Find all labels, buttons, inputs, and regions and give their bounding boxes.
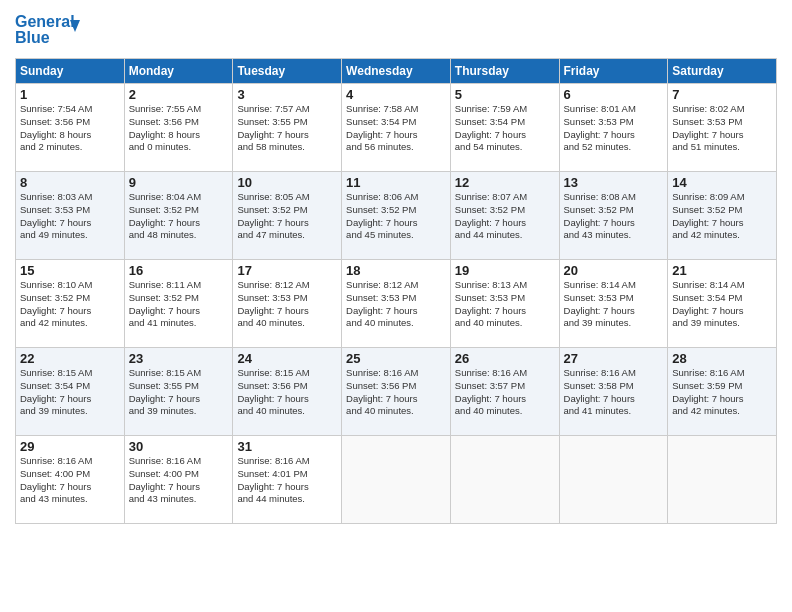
day-info: Sunrise: 7:58 AM Sunset: 3:54 PM Dayligh… xyxy=(346,103,446,154)
day-number: 28 xyxy=(672,351,772,366)
day-number: 25 xyxy=(346,351,446,366)
day-number: 6 xyxy=(564,87,664,102)
svg-text:General: General xyxy=(15,13,75,30)
day-info: Sunrise: 8:12 AM Sunset: 3:53 PM Dayligh… xyxy=(346,279,446,330)
day-number: 16 xyxy=(129,263,229,278)
calendar-cell: 21Sunrise: 8:14 AM Sunset: 3:54 PM Dayli… xyxy=(668,260,777,348)
day-number: 19 xyxy=(455,263,555,278)
day-number: 15 xyxy=(20,263,120,278)
day-info: Sunrise: 8:16 AM Sunset: 3:56 PM Dayligh… xyxy=(346,367,446,418)
header-thursday: Thursday xyxy=(450,59,559,84)
calendar-cell: 9Sunrise: 8:04 AM Sunset: 3:52 PM Daylig… xyxy=(124,172,233,260)
calendar-table: SundayMondayTuesdayWednesdayThursdayFrid… xyxy=(15,58,777,524)
calendar-cell: 19Sunrise: 8:13 AM Sunset: 3:53 PM Dayli… xyxy=(450,260,559,348)
day-info: Sunrise: 8:09 AM Sunset: 3:52 PM Dayligh… xyxy=(672,191,772,242)
day-info: Sunrise: 8:15 AM Sunset: 3:56 PM Dayligh… xyxy=(237,367,337,418)
day-info: Sunrise: 8:06 AM Sunset: 3:52 PM Dayligh… xyxy=(346,191,446,242)
day-info: Sunrise: 8:15 AM Sunset: 3:54 PM Dayligh… xyxy=(20,367,120,418)
day-info: Sunrise: 8:10 AM Sunset: 3:52 PM Dayligh… xyxy=(20,279,120,330)
calendar-cell: 5Sunrise: 7:59 AM Sunset: 3:54 PM Daylig… xyxy=(450,84,559,172)
day-info: Sunrise: 8:16 AM Sunset: 4:01 PM Dayligh… xyxy=(237,455,337,506)
calendar-cell: 14Sunrise: 8:09 AM Sunset: 3:52 PM Dayli… xyxy=(668,172,777,260)
calendar-cell: 24Sunrise: 8:15 AM Sunset: 3:56 PM Dayli… xyxy=(233,348,342,436)
calendar-cell: 3Sunrise: 7:57 AM Sunset: 3:55 PM Daylig… xyxy=(233,84,342,172)
calendar-cell: 28Sunrise: 8:16 AM Sunset: 3:59 PM Dayli… xyxy=(668,348,777,436)
calendar-cell: 1Sunrise: 7:54 AM Sunset: 3:56 PM Daylig… xyxy=(16,84,125,172)
day-number: 12 xyxy=(455,175,555,190)
day-number: 17 xyxy=(237,263,337,278)
day-info: Sunrise: 8:02 AM Sunset: 3:53 PM Dayligh… xyxy=(672,103,772,154)
day-info: Sunrise: 8:16 AM Sunset: 3:59 PM Dayligh… xyxy=(672,367,772,418)
day-info: Sunrise: 7:59 AM Sunset: 3:54 PM Dayligh… xyxy=(455,103,555,154)
calendar-cell: 29Sunrise: 8:16 AM Sunset: 4:00 PM Dayli… xyxy=(16,436,125,524)
day-number: 24 xyxy=(237,351,337,366)
header-friday: Friday xyxy=(559,59,668,84)
day-number: 29 xyxy=(20,439,120,454)
calendar-week-3: 15Sunrise: 8:10 AM Sunset: 3:52 PM Dayli… xyxy=(16,260,777,348)
day-number: 18 xyxy=(346,263,446,278)
calendar-cell: 25Sunrise: 8:16 AM Sunset: 3:56 PM Dayli… xyxy=(342,348,451,436)
header-saturday: Saturday xyxy=(668,59,777,84)
day-info: Sunrise: 8:16 AM Sunset: 4:00 PM Dayligh… xyxy=(129,455,229,506)
day-info: Sunrise: 8:01 AM Sunset: 3:53 PM Dayligh… xyxy=(564,103,664,154)
calendar-cell: 8Sunrise: 8:03 AM Sunset: 3:53 PM Daylig… xyxy=(16,172,125,260)
calendar-cell: 13Sunrise: 8:08 AM Sunset: 3:52 PM Dayli… xyxy=(559,172,668,260)
calendar-week-1: 1Sunrise: 7:54 AM Sunset: 3:56 PM Daylig… xyxy=(16,84,777,172)
day-info: Sunrise: 8:14 AM Sunset: 3:54 PM Dayligh… xyxy=(672,279,772,330)
calendar-cell: 10Sunrise: 8:05 AM Sunset: 3:52 PM Dayli… xyxy=(233,172,342,260)
calendar-week-2: 8Sunrise: 8:03 AM Sunset: 3:53 PM Daylig… xyxy=(16,172,777,260)
header: GeneralBlue xyxy=(15,10,777,50)
day-number: 7 xyxy=(672,87,772,102)
day-number: 9 xyxy=(129,175,229,190)
calendar-cell: 31Sunrise: 8:16 AM Sunset: 4:01 PM Dayli… xyxy=(233,436,342,524)
day-number: 22 xyxy=(20,351,120,366)
calendar-cell: 20Sunrise: 8:14 AM Sunset: 3:53 PM Dayli… xyxy=(559,260,668,348)
calendar-cell xyxy=(668,436,777,524)
calendar-cell: 12Sunrise: 8:07 AM Sunset: 3:52 PM Dayli… xyxy=(450,172,559,260)
header-tuesday: Tuesday xyxy=(233,59,342,84)
day-number: 21 xyxy=(672,263,772,278)
calendar-cell xyxy=(559,436,668,524)
day-info: Sunrise: 8:16 AM Sunset: 3:57 PM Dayligh… xyxy=(455,367,555,418)
svg-text:Blue: Blue xyxy=(15,29,50,46)
calendar-cell: 15Sunrise: 8:10 AM Sunset: 3:52 PM Dayli… xyxy=(16,260,125,348)
calendar-cell: 7Sunrise: 8:02 AM Sunset: 3:53 PM Daylig… xyxy=(668,84,777,172)
calendar-cell: 6Sunrise: 8:01 AM Sunset: 3:53 PM Daylig… xyxy=(559,84,668,172)
day-info: Sunrise: 8:11 AM Sunset: 3:52 PM Dayligh… xyxy=(129,279,229,330)
logo: GeneralBlue xyxy=(15,10,85,50)
day-info: Sunrise: 7:55 AM Sunset: 3:56 PM Dayligh… xyxy=(129,103,229,154)
calendar-cell: 16Sunrise: 8:11 AM Sunset: 3:52 PM Dayli… xyxy=(124,260,233,348)
calendar-header-row: SundayMondayTuesdayWednesdayThursdayFrid… xyxy=(16,59,777,84)
day-number: 3 xyxy=(237,87,337,102)
calendar-cell: 4Sunrise: 7:58 AM Sunset: 3:54 PM Daylig… xyxy=(342,84,451,172)
calendar-week-5: 29Sunrise: 8:16 AM Sunset: 4:00 PM Dayli… xyxy=(16,436,777,524)
day-number: 5 xyxy=(455,87,555,102)
day-info: Sunrise: 8:12 AM Sunset: 3:53 PM Dayligh… xyxy=(237,279,337,330)
day-info: Sunrise: 8:08 AM Sunset: 3:52 PM Dayligh… xyxy=(564,191,664,242)
calendar-week-4: 22Sunrise: 8:15 AM Sunset: 3:54 PM Dayli… xyxy=(16,348,777,436)
header-sunday: Sunday xyxy=(16,59,125,84)
day-number: 4 xyxy=(346,87,446,102)
day-info: Sunrise: 7:57 AM Sunset: 3:55 PM Dayligh… xyxy=(237,103,337,154)
logo-icon: GeneralBlue xyxy=(15,10,85,50)
day-number: 1 xyxy=(20,87,120,102)
day-number: 31 xyxy=(237,439,337,454)
day-number: 13 xyxy=(564,175,664,190)
calendar-cell: 2Sunrise: 7:55 AM Sunset: 3:56 PM Daylig… xyxy=(124,84,233,172)
header-wednesday: Wednesday xyxy=(342,59,451,84)
day-info: Sunrise: 8:07 AM Sunset: 3:52 PM Dayligh… xyxy=(455,191,555,242)
calendar-cell: 23Sunrise: 8:15 AM Sunset: 3:55 PM Dayli… xyxy=(124,348,233,436)
day-info: Sunrise: 8:14 AM Sunset: 3:53 PM Dayligh… xyxy=(564,279,664,330)
day-info: Sunrise: 8:16 AM Sunset: 3:58 PM Dayligh… xyxy=(564,367,664,418)
day-number: 27 xyxy=(564,351,664,366)
day-number: 26 xyxy=(455,351,555,366)
calendar-cell xyxy=(342,436,451,524)
day-number: 14 xyxy=(672,175,772,190)
calendar-cell: 22Sunrise: 8:15 AM Sunset: 3:54 PM Dayli… xyxy=(16,348,125,436)
day-number: 30 xyxy=(129,439,229,454)
day-info: Sunrise: 8:16 AM Sunset: 4:00 PM Dayligh… xyxy=(20,455,120,506)
calendar-page: GeneralBlue SundayMondayTuesdayWednesday… xyxy=(0,0,792,612)
day-info: Sunrise: 8:13 AM Sunset: 3:53 PM Dayligh… xyxy=(455,279,555,330)
calendar-cell: 11Sunrise: 8:06 AM Sunset: 3:52 PM Dayli… xyxy=(342,172,451,260)
day-info: Sunrise: 8:05 AM Sunset: 3:52 PM Dayligh… xyxy=(237,191,337,242)
